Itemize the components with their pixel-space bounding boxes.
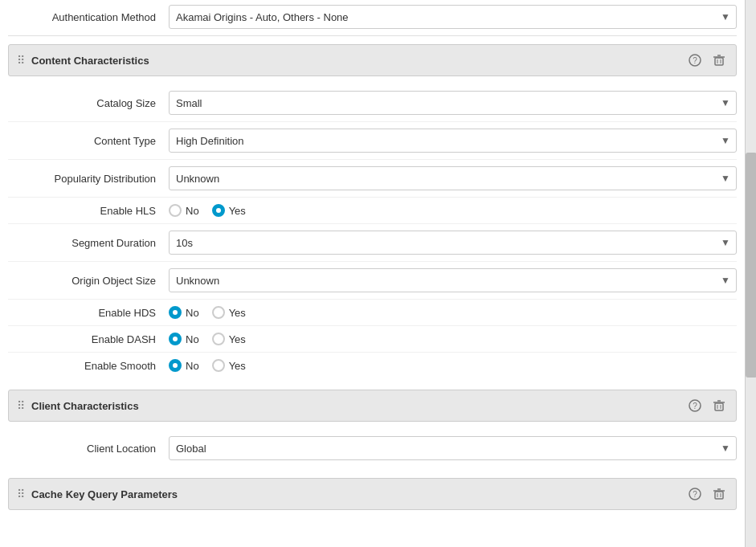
cache-key-drag-handle[interactable]: ⠿: [17, 488, 25, 500]
main-content: Authentication Method Akamai Origins - A…: [0, 0, 745, 523]
cache-key-delete-button[interactable]: [710, 485, 728, 503]
enable-dash-row: Enable DASH No Yes: [8, 326, 737, 353]
segment-duration-row: Segment Duration 10s ▼: [8, 224, 737, 262]
content-type-row: Content Type High Definition ▼: [8, 122, 737, 160]
origin-object-size-row: Origin Object Size Unknown ▼: [8, 262, 737, 300]
enable-hls-yes-label: Yes: [229, 205, 246, 217]
client-characteristics-delete-button[interactable]: [710, 397, 728, 414]
content-type-select[interactable]: High Definition: [169, 129, 737, 153]
help-icon: ?: [689, 399, 701, 412]
scrollbar-thumb[interactable]: [746, 153, 756, 378]
enable-smooth-row: Enable Smooth No Yes: [8, 353, 737, 378]
popularity-distribution-select[interactable]: Unknown: [169, 166, 737, 190]
origin-object-size-label: Origin Object Size: [8, 275, 169, 287]
trash-icon: [713, 488, 725, 500]
enable-smooth-no-option[interactable]: No: [169, 359, 199, 372]
segment-duration-select[interactable]: 10s: [169, 231, 737, 255]
enable-hds-yes-option[interactable]: Yes: [212, 306, 246, 319]
enable-dash-yes-label: Yes: [229, 333, 246, 345]
client-location-row: Client Location Global ▼: [8, 430, 737, 467]
client-characteristics-content: Client Location Global ▼: [8, 427, 737, 470]
svg-text:?: ?: [693, 56, 697, 65]
catalog-size-field[interactable]: Small ▼: [169, 91, 737, 115]
enable-dash-no-option[interactable]: No: [169, 333, 199, 345]
cache-key-help-button[interactable]: ?: [686, 485, 704, 503]
enable-hds-no-radio[interactable]: [169, 306, 182, 319]
origin-object-size-select[interactable]: Unknown: [169, 268, 737, 292]
enable-hls-no-radio[interactable]: [169, 204, 182, 217]
cache-key-title: Cache Key Query Parameters: [31, 488, 686, 500]
enable-dash-no-label: No: [186, 333, 199, 345]
enable-smooth-label: Enable Smooth: [8, 360, 169, 372]
svg-rect-2: [715, 58, 723, 65]
enable-hls-row: Enable HLS No Yes: [8, 198, 737, 224]
svg-text:?: ?: [693, 490, 697, 499]
enable-hds-yes-label: Yes: [229, 307, 246, 319]
client-characteristics-title: Client Characteristics: [31, 400, 686, 412]
client-location-label: Client Location: [8, 443, 169, 455]
popularity-distribution-row: Popularity Distribution Unknown ▼: [8, 160, 737, 198]
content-type-field[interactable]: High Definition ▼: [169, 129, 737, 153]
page-container: Authentication Method Akamai Origins - A…: [0, 0, 756, 547]
auth-method-field[interactable]: Akamai Origins - Auto, Others - None ▼: [169, 5, 737, 29]
trash-icon: [713, 399, 725, 412]
popularity-distribution-field[interactable]: Unknown ▼: [169, 166, 737, 190]
content-characteristics-content: Catalog Size Small ▼ Content Type High D…: [8, 81, 737, 382]
enable-smooth-yes-option[interactable]: Yes: [212, 359, 246, 372]
enable-smooth-yes-label: Yes: [229, 360, 246, 372]
enable-hds-no-option[interactable]: No: [169, 306, 199, 319]
enable-smooth-yes-radio[interactable]: [212, 359, 225, 372]
segment-duration-label: Segment Duration: [8, 237, 169, 249]
enable-hls-no-option[interactable]: No: [169, 204, 199, 217]
content-characteristics-icons: ?: [686, 51, 728, 69]
enable-dash-radio-group: No Yes: [169, 333, 246, 345]
content-characteristics-delete-button[interactable]: [710, 51, 728, 69]
client-characteristics-drag-handle[interactable]: ⠿: [17, 399, 25, 412]
catalog-size-row: Catalog Size Small ▼: [8, 84, 737, 122]
content-characteristics-drag-handle[interactable]: ⠿: [17, 54, 25, 67]
content-characteristics-help-button[interactable]: ?: [686, 51, 704, 69]
auth-method-label: Authentication Method: [8, 11, 169, 23]
auth-method-row: Authentication Method Akamai Origins - A…: [8, 0, 737, 36]
enable-hls-yes-option[interactable]: Yes: [212, 204, 246, 217]
svg-rect-16: [715, 492, 723, 499]
content-characteristics-title: Content Characteristics: [31, 55, 686, 67]
enable-hds-radio-group: No Yes: [169, 306, 246, 319]
content-characteristics-header: ⠿ Content Characteristics ?: [8, 44, 737, 76]
segment-duration-field[interactable]: 10s ▼: [169, 231, 737, 255]
client-location-select[interactable]: Global: [169, 436, 737, 460]
scrollbar[interactable]: [745, 0, 756, 547]
origin-object-size-field[interactable]: Unknown ▼: [169, 268, 737, 292]
client-characteristics-help-button[interactable]: ?: [686, 397, 704, 414]
svg-rect-9: [715, 403, 723, 410]
help-icon: ?: [689, 54, 701, 67]
enable-hls-radio-group: No Yes: [169, 204, 246, 217]
enable-dash-label: Enable DASH: [8, 333, 169, 345]
enable-hls-yes-radio[interactable]: [212, 204, 225, 217]
help-icon: ?: [689, 488, 701, 500]
catalog-size-label: Catalog Size: [8, 97, 169, 109]
client-location-field[interactable]: Global ▼: [169, 436, 737, 460]
content-type-label: Content Type: [8, 135, 169, 147]
client-characteristics-icons: ?: [686, 397, 728, 414]
enable-hls-no-label: No: [186, 205, 199, 217]
enable-smooth-no-label: No: [186, 360, 199, 372]
enable-hds-row: Enable HDS No Yes: [8, 300, 737, 326]
enable-hls-label: Enable HLS: [8, 205, 169, 217]
client-characteristics-header: ⠿ Client Characteristics ?: [8, 390, 737, 422]
enable-dash-no-radio[interactable]: [169, 333, 182, 345]
svg-text:?: ?: [693, 402, 697, 410]
catalog-size-select[interactable]: Small: [169, 91, 737, 115]
cache-key-icons: ?: [686, 485, 728, 503]
enable-hds-no-label: No: [186, 307, 199, 319]
enable-hds-yes-radio[interactable]: [212, 306, 225, 319]
enable-smooth-no-radio[interactable]: [169, 359, 182, 372]
popularity-distribution-label: Popularity Distribution: [8, 173, 169, 185]
auth-method-select[interactable]: Akamai Origins - Auto, Others - None: [169, 5, 737, 29]
enable-dash-yes-radio[interactable]: [212, 333, 225, 345]
enable-dash-yes-option[interactable]: Yes: [212, 333, 246, 345]
enable-smooth-radio-group: No Yes: [169, 359, 246, 372]
cache-key-header: ⠿ Cache Key Query Parameters ?: [8, 478, 737, 510]
enable-hds-label: Enable HDS: [8, 307, 169, 319]
trash-icon: [713, 54, 725, 67]
